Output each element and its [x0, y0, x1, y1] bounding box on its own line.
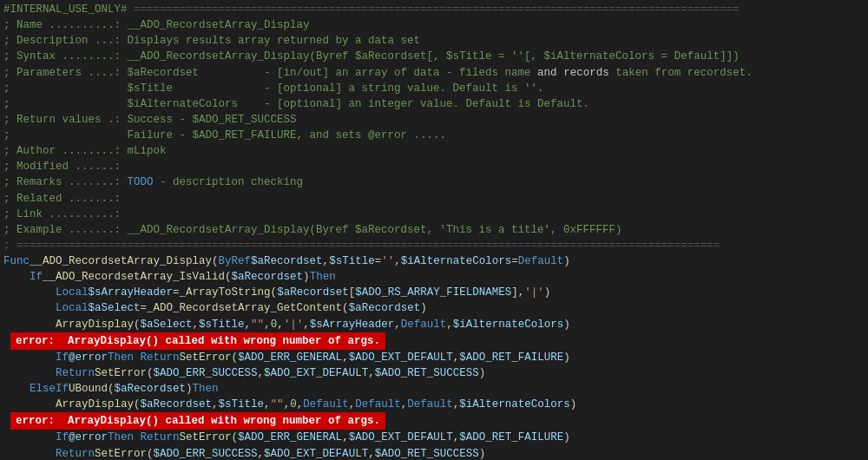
elseif-ubound: ElseIf UBound($aRecordset) Then — [0, 381, 868, 397]
header-separator-line: #INTERNAL_USE_ONLY# ====================… — [0, 2, 868, 17]
local-arrayheader: Local $sArrayHeader = _ArrayToString($aR… — [0, 285, 868, 300]
code-view: #INTERNAL_USE_ONLY# ====================… — [0, 0, 868, 460]
comment-description: ; Description ...: Displays results arra… — [0, 33, 868, 49]
return-success-1: Return SetError($ADO_ERR_SUCCESS, $ADO_E… — [0, 365, 868, 381]
error-message-2: error: ArrayDisplay() called with wrong … — [10, 412, 385, 430]
comment-name: ; Name ..........: __ADO_RecordsetArray_… — [0, 17, 868, 33]
comment-return1: ; Return values .: Success - $ADO_RET_SU… — [0, 112, 868, 128]
comment-return2: ; Failure - $ADO_RET_FAILURE, and sets @… — [0, 128, 868, 143]
comment-param3: ; $iAlternateColors - [optional] an inte… — [0, 96, 868, 112]
error-message-1: error: ArrayDisplay() called with wrong … — [10, 332, 385, 350]
if-isvalid: If __ADO_RecordsetArray_IsValid($aRecord… — [0, 269, 868, 285]
comment-link: ; Link ..........: — [0, 207, 868, 222]
arraydisplay-call-2: ArrayDisplay($aRecordset, $sTitle, "", 0… — [0, 397, 868, 412]
comment-param2: ; $sTitle - [optional] a string value. D… — [0, 81, 868, 96]
error-line-2: error: ArrayDisplay() called with wrong … — [0, 412, 868, 430]
comment-syntax: ; Syntax ........: __ADO_RecordsetArray_… — [0, 49, 868, 64]
comment-example: ; Example .......: __ADO_RecordsetArray_… — [0, 222, 868, 238]
error-line-1: error: ArrayDisplay() called with wrong … — [0, 332, 868, 350]
comment-author: ; Author ........: mLipok — [0, 143, 868, 159]
arraydisplay-call-1: ArrayDisplay($aSelect, $sTitle, "", 0, '… — [0, 317, 868, 332]
local-aselect: Local $aSelect = _ADO_RecordsetArray_Get… — [0, 300, 868, 316]
comment-modified: ; Modified ......: — [0, 159, 868, 174]
func-declaration: Func __ADO_RecordsetArray_Display(ByRef … — [0, 253, 868, 269]
footer-separator-line: ; ======================================… — [0, 238, 868, 253]
comment-related: ; Related .......: — [0, 191, 868, 207]
comment-remarks: ; Remarks .......: TODO - description ch… — [0, 174, 868, 190]
comment-param1: ; Parameters ....: $aRecordset - [in/out… — [0, 65, 868, 81]
if-error-return-2: If @error Then Return SetError($ADO_ERR_… — [0, 430, 868, 445]
return-success-2: Return SetError($ADO_ERR_SUCCESS, $ADO_E… — [0, 446, 868, 461]
if-error-return-1: If @error Then Return SetError($ADO_ERR_… — [0, 350, 868, 365]
